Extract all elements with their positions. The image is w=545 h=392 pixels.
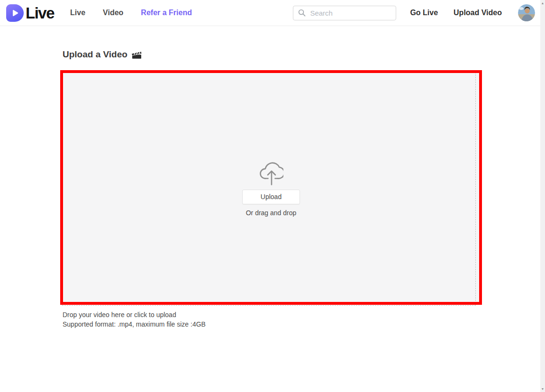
drag-and-drop-hint: Or drag and drop	[246, 209, 297, 217]
search-input[interactable]	[310, 9, 391, 17]
upload-instructions: Drop your video here or click to upload …	[63, 310, 206, 329]
cloud-upload-icon	[259, 159, 283, 186]
user-avatar[interactable]	[518, 4, 535, 21]
header-actions: Go Live Upload Video	[410, 4, 545, 21]
nav-item-refer-a-friend[interactable]: Refer a Friend	[141, 9, 192, 17]
clapperboard-icon	[131, 50, 142, 60]
brand-wordmark: Live	[26, 5, 54, 21]
search-box[interactable]	[293, 6, 396, 20]
main-content: Upload a Video Upload Or drag and drop	[0, 27, 545, 392]
scroll-up-arrow-icon[interactable]: ▲	[541, 1, 545, 5]
go-live-button[interactable]: Go Live	[410, 9, 438, 17]
vertical-scrollbar[interactable]: ▲ ▼	[540, 0, 545, 392]
page-title: Upload a Video	[63, 49, 142, 60]
nav-item-live[interactable]: Live	[70, 9, 85, 17]
dlive-logo[interactable]: Live	[6, 4, 54, 22]
scroll-down-arrow-icon[interactable]: ▼	[541, 387, 545, 391]
search-icon	[298, 9, 306, 17]
upload-button[interactable]: Upload	[242, 190, 300, 204]
instruction-line-2: Supported format: .mp4, maximum file siz…	[63, 319, 206, 329]
dlive-play-icon	[6, 4, 24, 22]
upload-video-button[interactable]: Upload Video	[454, 9, 502, 17]
top-navbar: Live Live Video Refer a Friend Go Live U…	[0, 0, 545, 26]
main-nav: Live Video Refer a Friend	[70, 9, 192, 17]
upload-dropzone[interactable]: Upload Or drag and drop	[60, 70, 482, 305]
nav-item-video[interactable]: Video	[103, 9, 123, 17]
instruction-line-1: Drop your video here or click to upload	[63, 310, 206, 319]
